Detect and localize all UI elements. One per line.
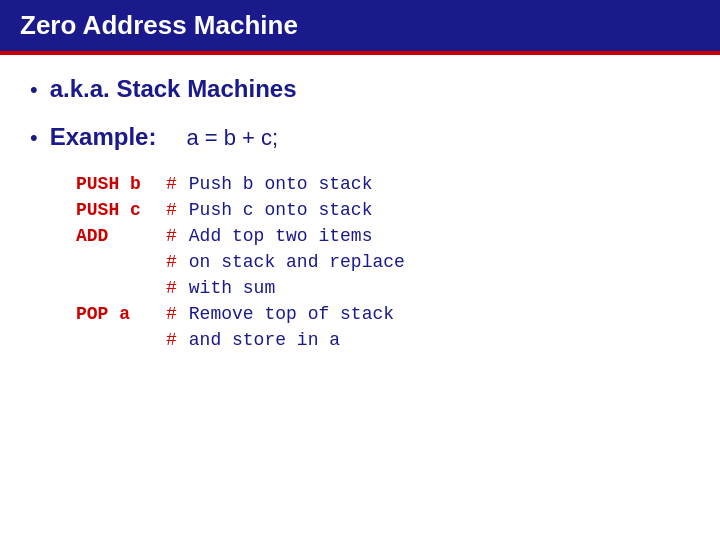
comment-0: Push b onto stack [183,171,411,197]
bullet-icon-1: • [30,77,38,103]
slide: Zero Address Machine • a.k.a. Stack Mach… [0,0,720,540]
table-row: PUSH c # Push c onto stack [70,197,411,223]
instruction-push-b: PUSH b [70,171,160,197]
instruction-push-c: PUSH c [70,197,160,223]
bullet-item-1: • a.k.a. Stack Machines [30,75,690,103]
instruction-pop-a: POP a [70,301,160,327]
header: Zero Address Machine [0,0,720,51]
example-expression: a = b + c; [186,125,278,151]
instruction-empty-1 [70,249,160,275]
table-row: # on stack and replace [70,249,411,275]
instruction-add: ADD [70,223,160,249]
instruction-empty-3 [70,327,160,353]
instruction-empty-2 [70,275,160,301]
comment-3: on stack and replace [183,249,411,275]
comment-4: with sum [183,275,411,301]
hash-2: # [160,223,183,249]
table-row: POP a # Remove top of stack [70,301,411,327]
bullet-icon-2: • [30,125,38,151]
slide-title: Zero Address Machine [20,10,298,41]
bullet-item-2: • Example: a = b + c; [30,123,690,151]
table-row: # with sum [70,275,411,301]
table-row: PUSH b # Push b onto stack [70,171,411,197]
content-area: • a.k.a. Stack Machines • Example: a = b… [0,55,720,373]
code-table: PUSH b # Push b onto stack PUSH c # Push… [70,171,411,353]
comment-1: Push c onto stack [183,197,411,223]
hash-0: # [160,171,183,197]
hash-5: # [160,301,183,327]
comment-5: Remove top of stack [183,301,411,327]
hash-6: # [160,327,183,353]
bullet-text-1: a.k.a. Stack Machines [50,75,297,103]
hash-1: # [160,197,183,223]
comment-2: Add top two items [183,223,411,249]
hash-3: # [160,249,183,275]
example-line: Example: a = b + c; [50,123,278,151]
table-row: # and store in a [70,327,411,353]
table-row: ADD # Add top two items [70,223,411,249]
comment-6: and store in a [183,327,411,353]
example-label: Example: [50,123,157,151]
hash-4: # [160,275,183,301]
